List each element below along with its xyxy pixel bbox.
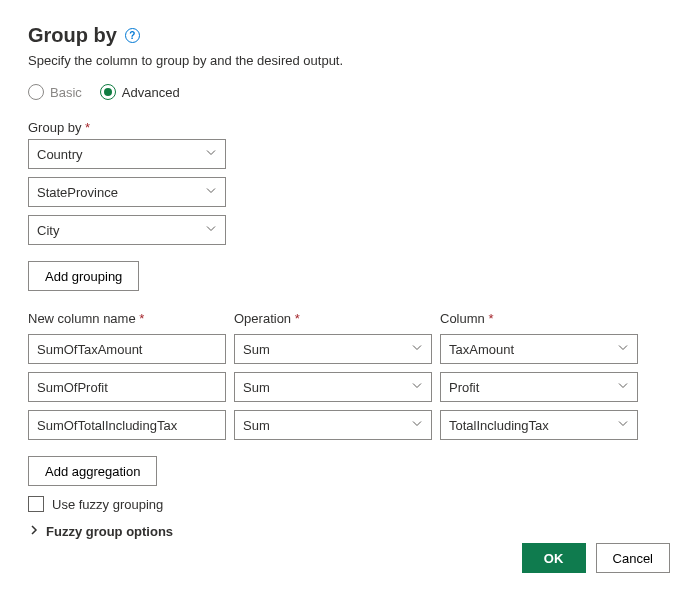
dialog-subtitle: Specify the column to group by and the d… [28, 53, 670, 68]
add-aggregation-button[interactable]: Add aggregation [28, 456, 157, 486]
aggregation-column-select[interactable]: Profit [440, 372, 638, 402]
cancel-button[interactable]: Cancel [596, 543, 670, 573]
chevron-down-icon [411, 342, 423, 357]
aggregation-operation-select[interactable]: Sum [234, 334, 432, 364]
group-by-column-select[interactable]: Country [28, 139, 226, 169]
chevron-down-icon [411, 418, 423, 433]
group-by-column-select[interactable]: City [28, 215, 226, 245]
aggregation-operation-header: Operation * [234, 311, 432, 326]
aggregation-operation-select[interactable]: Sum [234, 410, 432, 440]
add-grouping-button[interactable]: Add grouping [28, 261, 139, 291]
aggregation-row: SumOfTotalIncludingTax Sum TotalIncludin… [28, 410, 670, 440]
mode-advanced-radio[interactable]: Advanced [100, 84, 180, 100]
group-by-label: Group by * [28, 120, 670, 135]
chevron-down-icon [617, 418, 629, 433]
chevron-down-icon [205, 223, 217, 238]
mode-advanced-label: Advanced [122, 85, 180, 100]
checkbox-icon [28, 496, 44, 512]
use-fuzzy-grouping-label: Use fuzzy grouping [52, 497, 163, 512]
fuzzy-group-options-label: Fuzzy group options [46, 524, 173, 539]
aggregation-name-input[interactable]: SumOfTotalIncludingTax [28, 410, 226, 440]
use-fuzzy-grouping-checkbox[interactable]: Use fuzzy grouping [28, 496, 670, 512]
mode-basic-radio[interactable]: Basic [28, 84, 82, 100]
radio-icon [28, 84, 44, 100]
help-icon[interactable]: ? [125, 28, 140, 43]
aggregation-operation-select[interactable]: Sum [234, 372, 432, 402]
dialog-title: Group by [28, 24, 117, 47]
aggregation-column-header: Column * [440, 311, 638, 326]
group-by-column-value: City [37, 223, 59, 238]
aggregation-column-select[interactable]: TotalIncludingTax [440, 410, 638, 440]
chevron-right-icon [28, 524, 40, 539]
aggregation-row: SumOfProfit Sum Profit [28, 372, 670, 402]
aggregation-column-select[interactable]: TaxAmount [440, 334, 638, 364]
chevron-down-icon [205, 147, 217, 162]
aggregation-name-input[interactable]: SumOfProfit [28, 372, 226, 402]
aggregation-name-input[interactable]: SumOfTaxAmount [28, 334, 226, 364]
group-by-column-value: Country [37, 147, 83, 162]
group-by-column-select[interactable]: StateProvince [28, 177, 226, 207]
chevron-down-icon [617, 380, 629, 395]
ok-button[interactable]: OK [522, 543, 586, 573]
chevron-down-icon [617, 342, 629, 357]
aggregation-row: SumOfTaxAmount Sum TaxAmount [28, 334, 670, 364]
chevron-down-icon [411, 380, 423, 395]
mode-basic-label: Basic [50, 85, 82, 100]
aggregation-name-header: New column name * [28, 311, 226, 326]
fuzzy-group-options-expander[interactable]: Fuzzy group options [28, 524, 670, 539]
group-by-column-value: StateProvince [37, 185, 118, 200]
radio-icon [100, 84, 116, 100]
chevron-down-icon [205, 185, 217, 200]
